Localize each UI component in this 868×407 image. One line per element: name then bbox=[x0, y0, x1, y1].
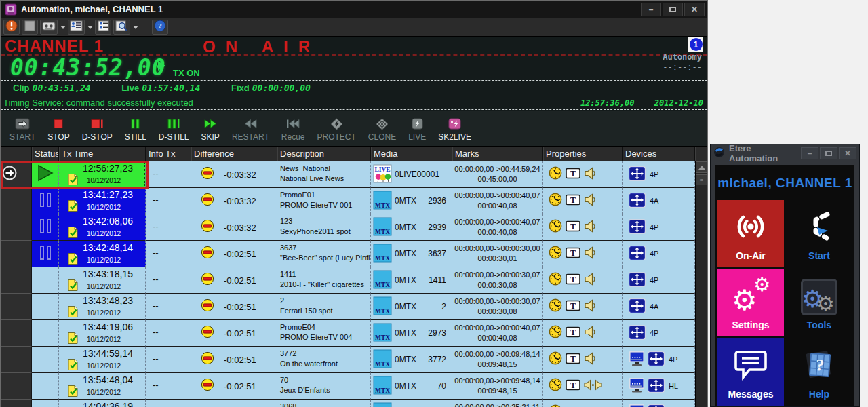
tx-date-value: 10/12/2012 bbox=[79, 283, 141, 290]
column-header-difference[interactable]: Difference bbox=[191, 147, 277, 161]
column-header-properties[interactable]: Properties bbox=[543, 147, 623, 161]
media-id: 0MTX bbox=[395, 302, 416, 311]
playlist-row[interactable]: 13:54:48,0410/12/2012---0:02:5170Jeux D'… bbox=[1, 373, 695, 400]
tools-gears-icon: ⚙⚙ bbox=[801, 279, 837, 315]
clock-property-icon bbox=[549, 378, 562, 394]
playlist-row[interactable]: 13:44:59,1410/12/2012---0:02:513772On th… bbox=[1, 347, 695, 373]
clock-property-icon bbox=[549, 404, 562, 407]
playlist-row[interactable]: 12:56:27,2310/12/2012---0:03:32News_Nati… bbox=[1, 161, 695, 188]
transport-live-button[interactable]: LIVE bbox=[402, 113, 432, 146]
column-header-devices[interactable]: Devices bbox=[623, 147, 695, 161]
tx-time-value: 13:42:48,14 bbox=[62, 242, 141, 253]
tile-messages[interactable]: Messages bbox=[717, 338, 784, 406]
no-entry-icon bbox=[201, 378, 214, 394]
transport-restart-button[interactable]: RESTART bbox=[226, 113, 275, 146]
play-indicator-icon bbox=[158, 61, 165, 71]
etere-start-icon bbox=[804, 211, 834, 245]
playlist-row[interactable]: 13:42:48,1410/12/2012---0:02:513637"Bee-… bbox=[1, 241, 695, 267]
column-header-marks[interactable]: Marks bbox=[452, 147, 543, 161]
onair-clock-panel: CHANNEL 1 ON AIR 00:43:52,00 TX ON 1 Aut… bbox=[1, 37, 707, 111]
close-icon[interactable]: ✕ bbox=[684, 3, 705, 16]
column-header-info-tx[interactable]: Info Tx bbox=[146, 147, 191, 161]
transport-skip-button[interactable]: SKIP bbox=[195, 113, 226, 146]
chevron-down-icon[interactable] bbox=[133, 26, 138, 29]
launcher-maximize-icon[interactable] bbox=[820, 147, 837, 159]
mtx-media-icon: MTX bbox=[373, 296, 392, 317]
chevron-down-icon[interactable] bbox=[60, 26, 66, 29]
column-header-status[interactable]: Status bbox=[32, 147, 59, 161]
media-id: 0MTX bbox=[395, 222, 416, 232]
vertical-scrollbar[interactable]: = bbox=[695, 161, 707, 407]
tx-on-label: TX ON bbox=[173, 68, 200, 78]
playlist-row[interactable]: 13:43:48,2310/12/2012---0:02:512Ferrari … bbox=[1, 294, 695, 320]
status-cell bbox=[32, 373, 59, 400]
chevron-down-icon[interactable] bbox=[87, 26, 93, 29]
transport-sk2live-button[interactable]: SK2LIVE bbox=[432, 113, 477, 146]
transport-protect-button[interactable]: PROTECT bbox=[311, 113, 361, 146]
tile-start[interactable]: Start bbox=[786, 200, 852, 267]
transport-stop-button[interactable]: STOP bbox=[41, 113, 75, 146]
device-arrows-icon bbox=[647, 404, 665, 407]
scrollbar-thumb[interactable]: = bbox=[696, 174, 707, 185]
maximize-icon[interactable] bbox=[663, 3, 683, 16]
automation-window: Automation, michael, CHANNEL 1 – ✕ ? CHA… bbox=[0, 0, 708, 407]
toolbar-blank-button[interactable] bbox=[22, 20, 38, 35]
transport-recue-button[interactable]: Recue bbox=[275, 113, 311, 146]
clock-property-icon bbox=[549, 166, 562, 182]
playlist-row[interactable]: 13:41:27,2310/12/2012---0:03:32PromoE01P… bbox=[1, 188, 695, 214]
playlist-row[interactable]: 13:44:19,0610/12/2012---0:02:51PromoE04P… bbox=[1, 320, 695, 347]
tile-help[interactable]: ?Help bbox=[786, 338, 852, 406]
scroll-up-button[interactable] bbox=[696, 161, 707, 173]
marks-cell: 00:00:00,00->00:00:40,0700:00:40,08 bbox=[452, 188, 543, 214]
titlebar[interactable]: Automation, michael, CHANNEL 1 – ✕ bbox=[1, 1, 707, 18]
description-cell: 3772On the waterfront bbox=[277, 347, 371, 373]
recue-icon bbox=[286, 117, 300, 131]
help-icon: ? bbox=[154, 20, 166, 35]
column-header-tx-time[interactable]: Tx Time bbox=[59, 147, 146, 161]
transport-button-label: CLONE bbox=[368, 132, 396, 142]
no-entry-icon bbox=[201, 298, 214, 315]
toolbar-playlist-button[interactable] bbox=[68, 20, 85, 35]
info-tx-cell: -- bbox=[146, 161, 191, 188]
column-header-description[interactable]: Description bbox=[277, 147, 371, 161]
media-cell: MTX0MTX3772 bbox=[371, 347, 452, 373]
transport-d-stop-button[interactable]: D-STOP bbox=[76, 113, 119, 146]
tile-settings[interactable]: ⚙⚙Settings bbox=[717, 269, 784, 336]
toolbar-cassette-button[interactable] bbox=[40, 20, 58, 35]
info-tx-cell: -- bbox=[146, 267, 191, 294]
playlist-row[interactable]: 13:42:08,0610/12/2012---0:03:32123SexyPh… bbox=[1, 214, 695, 241]
svg-text:MTX: MTX bbox=[375, 361, 390, 368]
transport-d-still-button[interactable]: D-STILL bbox=[153, 113, 195, 146]
marks-cell: 00:00:00,00->00:00:30,0700:00:30,08 bbox=[452, 267, 543, 294]
launcher-titlebar[interactable]: Etere Automation – ✕ bbox=[711, 144, 859, 162]
toolbar-help-button[interactable]: ? bbox=[152, 20, 168, 35]
current-time: 12:57:36,00 bbox=[580, 98, 634, 108]
info-tx-cell: -- bbox=[146, 320, 191, 347]
media-number: 3637 bbox=[428, 249, 446, 258]
tile-on-air[interactable]: On-Air bbox=[717, 200, 784, 267]
transport-clone-button[interactable]: CLONE bbox=[362, 113, 402, 146]
ready-note-icon bbox=[67, 358, 79, 373]
status-cell bbox=[32, 214, 59, 241]
toolbar-separator bbox=[146, 21, 146, 33]
marks-cell: 00:00:00,00->00:00:30,0700:00:30,08 bbox=[452, 294, 543, 320]
toolbar-alert-button[interactable] bbox=[3, 20, 20, 35]
launcher-minimize-icon[interactable]: – bbox=[801, 147, 818, 159]
tile-tools[interactable]: ⚙⚙Tools bbox=[786, 269, 852, 336]
playlist-row[interactable]: 13:43:18,1510/12/2012---0:02:5114112010-… bbox=[1, 267, 695, 294]
status-cell bbox=[32, 188, 59, 214]
mtx-media-icon: MTX bbox=[373, 402, 392, 407]
transport-still-button[interactable]: STILL bbox=[119, 113, 153, 146]
toolbar-search-button[interactable] bbox=[113, 20, 130, 35]
toolbar-checklist-button[interactable] bbox=[95, 20, 111, 35]
minimize-icon[interactable]: – bbox=[641, 3, 661, 16]
devices-cell: 4A bbox=[623, 188, 695, 214]
mtx-media-icon: MTX bbox=[373, 376, 392, 397]
playlist-row[interactable]: 14:04:36,193068MTX00:00:00,00->00:25:21,… bbox=[1, 400, 695, 407]
launcher-window: Etere Automation – ✕ michael, CHANNEL 1 … bbox=[710, 144, 860, 407]
no-entry-icon bbox=[201, 325, 214, 341]
launcher-close-icon[interactable]: ✕ bbox=[839, 147, 856, 159]
transport-start-button[interactable]: START bbox=[3, 113, 41, 146]
svg-text:MTX: MTX bbox=[375, 229, 390, 235]
column-header-media[interactable]: Media bbox=[371, 147, 452, 161]
